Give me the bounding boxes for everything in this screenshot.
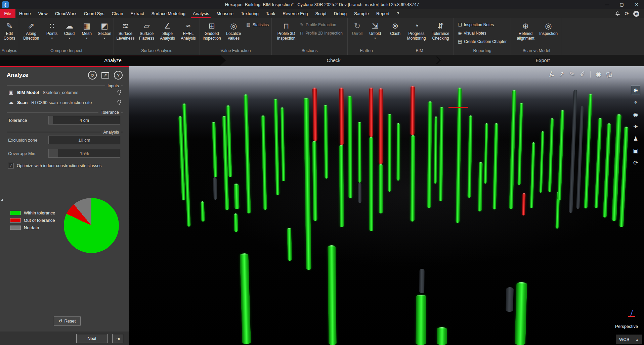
next-button[interactable]: Next <box>76 334 108 343</box>
ribbon-button-slope-analysis[interactable]: ∠Slope Analysis <box>157 19 178 48</box>
rotate-view-icon[interactable]: ⟳ <box>631 158 640 167</box>
optimize-checkbox[interactable]: ✓ <box>8 163 14 168</box>
scan-row[interactable]: ☁ Scan RTC360 scan_construction site <box>7 96 123 106</box>
bim-model-icon: ▣ <box>8 89 14 95</box>
ribbon-button-clash[interactable]: ⊗Clash <box>386 19 404 48</box>
optimize-checkbox-row[interactable]: ✓ Optimize with indoor construction site… <box>7 159 123 172</box>
profile-2d-inspection-icon: ⊓ <box>300 31 303 36</box>
ribbon-button-mesh[interactable]: ▦Mesh▾ <box>78 19 95 48</box>
tab-sample[interactable]: Sample <box>350 9 373 18</box>
detach-panel-icon[interactable]: ↗ <box>101 72 109 79</box>
ribbon-button-statistics[interactable]: ▥Statistics <box>246 22 268 27</box>
tab-clean[interactable]: Clean <box>108 9 127 18</box>
measure-angle-icon[interactable]: ∡ <box>548 69 555 78</box>
tab-surface-modeling[interactable]: Surface Modeling <box>148 9 189 18</box>
workflow-step-check[interactable]: Check <box>226 55 441 66</box>
column <box>212 122 217 177</box>
measure-distance-icon[interactable]: ↗ <box>558 70 565 79</box>
fly-mode-icon[interactable]: ✈ <box>631 122 640 131</box>
tab-view[interactable]: View <box>35 9 51 18</box>
ribbon-button-inspection-notes[interactable]: ❏Inspection Notes <box>458 22 494 27</box>
column <box>584 94 593 208</box>
minimize-button[interactable]: — <box>600 0 614 9</box>
ribbon-button-tolerance-checking[interactable]: ⇵Tolerance Checking <box>429 19 453 48</box>
ribbon-button-surface-levelness[interactable]: ≋Surface Levelness <box>115 19 136 48</box>
annotate-icon[interactable]: ✐ <box>579 70 586 79</box>
panel-collapse-handle[interactable]: ◂ <box>1 197 3 202</box>
restore-defaults-icon[interactable]: ↺ <box>88 71 97 80</box>
sync-icon[interactable]: ⟳ <box>625 11 629 17</box>
tolerance-input[interactable]: 4 cm <box>48 116 120 125</box>
scene[interactable]: ∡↗✎✐◉◫ ⊕⌖◉✈♟▣⟳ Perspective WCS ▲ <box>129 66 644 345</box>
tab-script[interactable]: Script <box>311 9 330 18</box>
column <box>478 162 483 211</box>
ortho-view-icon[interactable]: ▣ <box>631 146 640 155</box>
column <box>287 228 292 261</box>
ribbon-button-gridded-inspection[interactable]: ⊞Gridded Inspection <box>201 19 223 48</box>
ribbon-button-create-custom-chapter[interactable]: ▤Create Custom Chapter <box>458 39 507 44</box>
highlight-bulb-icon[interactable] <box>117 90 121 95</box>
ribbon-button-surface-flatness[interactable]: ▱Surface Flatness <box>136 19 157 48</box>
reset-button[interactable]: ↺ Reset <box>54 316 81 326</box>
tab-extract[interactable]: Extract <box>127 9 147 18</box>
walk-mode-icon[interactable]: ♟ <box>631 134 640 143</box>
column <box>303 98 311 270</box>
tab-home[interactable]: Home <box>15 9 35 18</box>
workflow-step-analyze[interactable]: Analyze <box>0 55 226 66</box>
exclusion-zone-input[interactable]: 10 cm <box>48 136 120 144</box>
tab-report[interactable]: Report <box>373 9 393 18</box>
inspection-view-icon[interactable]: ◉ <box>595 70 602 79</box>
ribbon-button-edit-colors[interactable]: ✎Edit Colors <box>0 19 19 48</box>
clipping-view-icon[interactable]: ◫ <box>605 69 613 78</box>
tab-[interactable]: ? <box>393 9 403 18</box>
go-to-export-button[interactable]: ⇥ <box>112 334 123 343</box>
coverage-min-value: 15% <box>80 151 89 156</box>
tab-texturing[interactable]: Texturing <box>237 9 262 18</box>
tab-tank[interactable]: Tank <box>262 9 279 18</box>
coverage-min-input[interactable]: 15% <box>48 149 120 158</box>
ribbon-button-unfold[interactable]: ⇲Unfold▾ <box>366 19 384 48</box>
tab-analysis[interactable]: Analysis <box>189 9 213 18</box>
ribbon-button-along-direction[interactable]: ⇗Along Direction <box>19 19 43 48</box>
ribbon-button-ff-fl-analysis[interactable]: ≈FF/FL Analysis <box>178 19 199 48</box>
reset-arrow-icon: ↺ <box>59 318 62 324</box>
tab-reverse-eng[interactable]: Reverse Eng <box>279 9 311 18</box>
maximize-button[interactable]: ▢ <box>614 0 629 9</box>
file-menu-button[interactable]: File <box>0 9 15 18</box>
tolerance-label: Tolerance <box>8 118 48 123</box>
ribbon-button-localize-values[interactable]: ◎Localize Values <box>223 19 244 48</box>
ribbon-button-section[interactable]: ◩Section▾ <box>95 19 114 48</box>
ribbon-button-inspection[interactable]: ◎Inspection <box>538 19 559 48</box>
workflow-step-export[interactable]: Export <box>441 55 644 66</box>
slider-fill <box>49 149 58 157</box>
ribbon-button-refined-alignment[interactable]: ⊕Refined alignment <box>514 19 538 48</box>
close-button[interactable]: ✕ <box>629 0 644 9</box>
help-icon[interactable]: ? <box>114 71 123 80</box>
ribbon-group-compare-inspect: ⇗Along Direction∷Points▾☁Cloud▾▦Mesh▾◩Se… <box>19 18 114 55</box>
ribbon-button-profile-2d-inspection[interactable]: ⊓Profile 2D Inspection <box>300 31 343 36</box>
column <box>467 115 473 198</box>
ribbon-button-cloud[interactable]: ☁Cloud▾ <box>61 19 78 48</box>
center-view-icon[interactable]: ⌖ <box>631 98 640 107</box>
ribbon-button-progress-monitoring[interactable]: ◔Progress Monitoring <box>404 19 429 48</box>
wcs-selector[interactable]: WCS ▲ <box>616 335 642 344</box>
tab-cloudworx[interactable]: CloudWorx <box>51 9 80 18</box>
app-logo-icon[interactable]: ❮ <box>2 1 9 8</box>
tab-coord-sys[interactable]: Coord Sys <box>80 9 108 18</box>
ribbon-button-unroll[interactable]: ↻Unroll <box>349 19 366 48</box>
column <box>312 141 317 221</box>
ribbon-button-profile-extraction[interactable]: ✎Profile Extraction <box>300 22 336 27</box>
orbit-tool-icon[interactable]: ⊕ <box>631 86 640 95</box>
sketch-icon[interactable]: ✎ <box>569 70 575 79</box>
tab-debug[interactable]: Debug <box>330 9 350 18</box>
first-person-icon[interactable]: ◉ <box>631 110 640 119</box>
tab-measure[interactable]: Measure <box>213 9 237 18</box>
along-direction-icon: ⇗ <box>28 20 34 32</box>
ribbon-button-profile-3d-inspection[interactable]: ⊓Profile 3D Inspection <box>274 19 298 48</box>
ribbon-button-points[interactable]: ∷Points▾ <box>43 19 61 48</box>
notifications-bell-icon[interactable] <box>615 11 620 16</box>
ff-fl-analysis-icon: ≈ <box>186 20 190 32</box>
user-avatar[interactable]: ☻ <box>633 11 639 17</box>
ribbon-button-visual-notes[interactable]: ◉Visual Notes <box>458 31 486 36</box>
highlight-bulb-icon[interactable] <box>117 100 121 105</box>
